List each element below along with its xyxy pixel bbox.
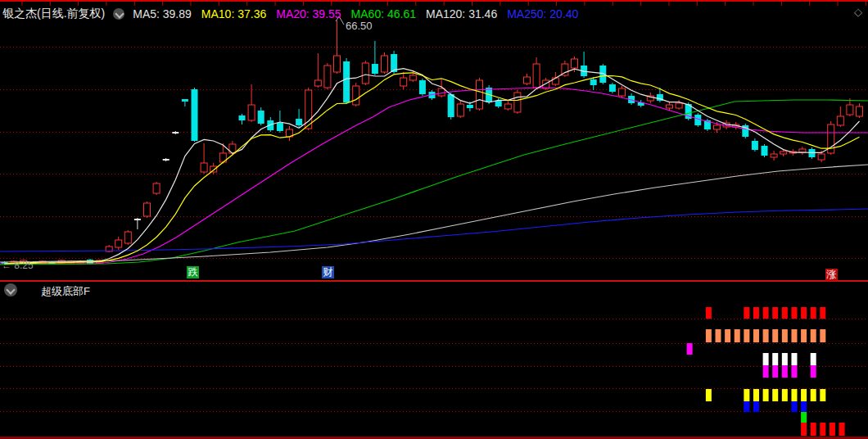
candlestick (201, 143, 207, 174)
indicator-bar-yellow (706, 389, 712, 401)
ma-line (0, 209, 868, 251)
candlestick (382, 52, 388, 74)
candlestick (514, 90, 521, 114)
candlestick (172, 131, 179, 134)
indicator-bar-orange (791, 329, 797, 342)
candlestick (828, 121, 834, 155)
candlestick (799, 147, 806, 155)
candlestick (372, 41, 378, 75)
indicator-bar-yellow (744, 389, 749, 401)
indicator-bar-orange (725, 329, 730, 342)
indicator-bar-green (801, 412, 807, 423)
indicator-bar-red-top (706, 307, 712, 319)
indicator-bar-blue (791, 401, 797, 412)
indicator-bar-orange (801, 329, 807, 342)
candlestick (115, 237, 122, 250)
indicator-bar-orange (772, 329, 778, 342)
candlestick (742, 124, 748, 138)
indicator-bar-red-bottom (830, 423, 835, 436)
indicator-bar-yellow (801, 389, 807, 401)
indicator-bar-yellow (772, 389, 778, 401)
ma-line (0, 165, 868, 262)
candlestick (324, 63, 331, 89)
indicator-bar-red-top (744, 307, 749, 319)
indicator-bar-white (763, 353, 769, 365)
candlestick (296, 109, 302, 127)
candlestick (847, 98, 853, 116)
candlestick (477, 78, 483, 111)
candlestick (438, 79, 445, 97)
indicator-bar-yellow (820, 389, 825, 401)
indicator-bar-red-top (811, 307, 816, 319)
candlestick (163, 158, 170, 161)
candlestick (153, 182, 160, 195)
indicator-bar-magenta-left (687, 343, 693, 355)
candlestick (599, 64, 606, 84)
indicator-bar-blue (753, 401, 759, 412)
indicator-bar-white (811, 353, 816, 365)
main-chart-canvas[interactable] (0, 0, 868, 280)
indicator-bar-red-top (772, 307, 778, 319)
indicator-bar-red-top (801, 307, 807, 319)
indicator-bar-orange (735, 329, 740, 342)
window-top-border (0, 0, 868, 2)
indicator-bar-red-top (763, 307, 769, 319)
indicator-bar-blue (744, 401, 749, 412)
candlestick (192, 88, 198, 142)
indicator-bar-magenta (782, 365, 788, 378)
candlestick (609, 83, 616, 93)
candlestick (762, 144, 768, 157)
candlestick (343, 58, 350, 104)
indicator-bar-red-top (753, 307, 759, 319)
indicator-bar-orange (706, 329, 712, 342)
candlestick (676, 100, 682, 110)
candlestick (562, 61, 568, 77)
indicator-bar-magenta (772, 365, 778, 378)
chevron-glyph (115, 9, 124, 18)
indicator-bar-orange (811, 329, 816, 342)
tdx-window: 银之杰(日线.前复权) MA5: 39.89MA10: 37.36MA20: 3… (0, 0, 868, 439)
candlestick (134, 218, 141, 229)
candlestick (258, 107, 264, 125)
indicator-bar-magenta (811, 365, 816, 378)
indicator-bar-yellow (791, 389, 797, 401)
indicator-bar-yellow (811, 389, 816, 401)
candlestick (771, 151, 777, 161)
candlestick (314, 53, 321, 88)
indicator-bar-orange (782, 329, 788, 342)
candlestick (124, 230, 131, 245)
indicator-bar-yellow (753, 389, 759, 401)
indicator-bar-orange (763, 329, 769, 342)
indicator-bar-red-top (791, 307, 797, 319)
candlestick (182, 99, 188, 106)
indicator-bar-red-bottom (820, 423, 825, 436)
indicator-bar-orange (716, 329, 721, 342)
candlestick (581, 52, 587, 78)
candlestick (239, 114, 246, 124)
indicator-bar-orange (820, 329, 825, 342)
indicator-bar-orange (753, 329, 759, 342)
candlestick (752, 138, 758, 152)
candlestick (362, 61, 368, 85)
indicator-bar-red-bottom (839, 423, 845, 436)
indicator-bar-red-bottom (801, 423, 807, 436)
candlestick (619, 86, 626, 97)
indicator-bar-yellow (763, 389, 769, 401)
indicator-bar-white (772, 353, 778, 365)
indicator-bar-blue (801, 401, 807, 412)
candlestick (457, 101, 463, 118)
indicator-bar-yellow (782, 389, 788, 401)
candlestick (353, 83, 359, 106)
ma-line (5, 73, 860, 264)
candlestick (400, 72, 407, 89)
indicator-panel-canvas[interactable] (0, 282, 868, 437)
candlestick (638, 100, 644, 107)
indicator-bar-magenta (791, 365, 797, 378)
candlestick (419, 79, 426, 96)
indicator-bar-red-bottom (811, 423, 816, 436)
candlestick (837, 106, 843, 127)
candlestick (287, 126, 293, 141)
candlestick (857, 103, 863, 118)
indicator-bar-orange (744, 329, 749, 342)
indicator-bar-magenta (763, 365, 769, 378)
